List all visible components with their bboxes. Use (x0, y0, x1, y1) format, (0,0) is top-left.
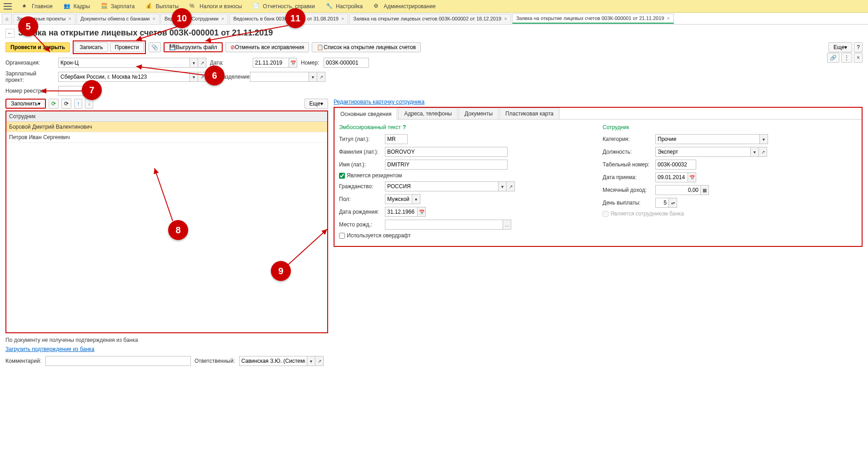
dropdown-icon[interactable]: ▾ (190, 72, 198, 82)
comment-field[interactable] (45, 356, 191, 366)
open-icon[interactable]: ↗ (317, 72, 325, 82)
dropdown-icon[interactable]: ▾ (307, 356, 315, 366)
registry-label: Номер реестра: (5, 88, 55, 94)
bank-emp-checkbox (603, 211, 609, 217)
overdraft-checkbox[interactable] (339, 233, 345, 239)
cancel-corrections-button[interactable]: ⊘ Отменить все исправления (225, 42, 309, 52)
menu-main[interactable]: ★Главное (16, 0, 58, 13)
annotation-7: 7 (82, 80, 102, 100)
hire-label: Дата приема: (603, 174, 653, 180)
menu-nalogi[interactable]: %Налоги и взносы (184, 0, 247, 13)
date-field[interactable] (253, 58, 289, 68)
close-icon[interactable]: × (153, 16, 155, 21)
post-button[interactable]: Провести (110, 42, 144, 52)
employee-section-title: Сотрудник (603, 124, 857, 130)
attach-icon[interactable]: 📎 (149, 42, 161, 52)
sex-field[interactable] (385, 194, 412, 204)
card-tab-main[interactable]: Основные сведения (334, 108, 397, 120)
resident-checkbox[interactable] (339, 173, 345, 179)
tab-3[interactable]: Сотрудники× (187, 14, 228, 24)
dropdown-icon[interactable]: ▾ (760, 134, 768, 144)
title-lat-field[interactable] (385, 134, 408, 144)
close-icon[interactable]: × (69, 16, 71, 21)
edit-employee-link[interactable]: Редактировать карточку сотрудника (334, 99, 424, 105)
spinner-icon[interactable]: ▴▾ (669, 198, 677, 208)
kebab-icon[interactable]: ⋮ (841, 53, 852, 63)
open-icon[interactable]: ↗ (315, 356, 324, 366)
tab-5[interactable]: Заявка на открытие лицевых счетов 00ЗК-0… (349, 14, 511, 24)
menu-nastroyka[interactable]: 🔧Настройка (320, 0, 368, 13)
open-icon[interactable]: ↗ (759, 147, 767, 157)
category-label: Категория: (603, 136, 653, 142)
project-field[interactable] (58, 72, 190, 82)
close-icon[interactable]: × (221, 16, 224, 21)
responsible-field[interactable] (239, 356, 307, 366)
link-icon[interactable]: 🔗 (827, 53, 839, 63)
payday-field[interactable] (655, 198, 669, 208)
load-confirmation-link[interactable]: Загрузить подтверждение из банка (5, 346, 95, 352)
calendar-icon[interactable]: 📅 (289, 58, 297, 68)
org-field[interactable] (58, 58, 190, 68)
home-tab[interactable]: ⌂ (2, 14, 12, 24)
pob-field[interactable] (385, 220, 503, 230)
tabno-field[interactable] (655, 160, 696, 170)
menu-admin[interactable]: ⚙Администрирование (368, 0, 441, 13)
table-more-button[interactable]: Еще ▾ (304, 99, 328, 109)
pob-label: Место рожд.: (339, 221, 382, 228)
post-and-close-button[interactable]: Провести и закрыть (5, 42, 70, 52)
help-button[interactable]: ? (854, 42, 863, 52)
help-icon[interactable]: ? (403, 124, 406, 130)
number-field[interactable] (324, 58, 369, 68)
citizen-field[interactable] (385, 181, 499, 191)
ellipsis-icon[interactable]: … (503, 220, 511, 230)
close-icon[interactable]: × (341, 16, 344, 21)
save-button[interactable]: Записать (75, 42, 108, 52)
menu-kadry[interactable]: 👥Кадры (58, 0, 95, 13)
refresh-green-icon[interactable]: ⟳ (49, 99, 59, 109)
export-file-button[interactable]: 💾 Выгрузить файл (164, 42, 223, 52)
menu-zarplata[interactable]: 🧮Зарплата (95, 0, 140, 13)
title-lat-label: Титул (лат.): (339, 136, 382, 142)
dept-field[interactable] (250, 72, 309, 82)
calc-icon[interactable]: ▦ (701, 185, 709, 195)
open-icon[interactable]: ↗ (507, 181, 515, 191)
more-button[interactable]: Еще ▾ (828, 42, 852, 52)
income-field[interactable] (655, 185, 701, 195)
lname-lat-field[interactable] (385, 147, 508, 157)
wrench-icon: 🔧 (326, 3, 333, 10)
calendar-icon[interactable]: 📅 (688, 172, 696, 182)
dropdown-icon[interactable]: ▾ (499, 181, 507, 191)
dob-field[interactable] (385, 207, 418, 217)
tab-6-active[interactable]: Заявка на открытие лицевых счетов 00ЗК-0… (512, 14, 674, 24)
close-icon[interactable]: × (667, 15, 669, 21)
hire-field[interactable] (655, 172, 688, 182)
close-x-icon[interactable]: × (854, 53, 863, 63)
tabno-label: Табельный номер: (603, 161, 653, 168)
card-tab-addresses[interactable]: Адреса, телефоны (398, 108, 458, 119)
burger-menu-icon[interactable] (4, 2, 12, 10)
up-arrow-icon[interactable]: ↑ (74, 99, 82, 109)
page-title: Заявка на открытие лицевых счетов 00ЗК-0… (18, 28, 273, 38)
dropdown-icon[interactable]: ▾ (190, 58, 198, 68)
dropdown-icon[interactable]: ▾ (309, 72, 317, 82)
tab-1[interactable]: Документы обмена с банками× (76, 14, 160, 24)
position-field[interactable] (655, 147, 751, 157)
refresh-icon[interactable]: ⟳ (61, 99, 71, 109)
dropdown-icon[interactable]: ▾ (412, 194, 420, 204)
table-row[interactable]: Боровой Дмитрий Валентинович (6, 122, 327, 132)
fill-button[interactable]: Заполнить ▾ (5, 99, 46, 109)
menu-otchetnost[interactable]: 📄Отчетность, справки (247, 0, 320, 13)
table-row[interactable]: Петров Иван Сергеевич (6, 132, 327, 143)
open-icon[interactable]: ↗ (198, 58, 206, 68)
fname-lat-field[interactable] (385, 160, 508, 170)
card-tab-docs[interactable]: Документы (459, 108, 499, 119)
list-accounts-button[interactable]: 📋 Список на открытие лицевых счетов (312, 42, 421, 52)
close-icon[interactable]: × (504, 16, 507, 21)
card-tab-plastic[interactable]: Пластиковая карта (499, 108, 559, 119)
doc-icon: 📄 (253, 3, 260, 10)
calendar-icon[interactable]: 📅 (418, 207, 426, 217)
back-button[interactable]: ← (5, 29, 15, 38)
category-field[interactable] (655, 134, 760, 144)
dropdown-icon[interactable]: ▾ (751, 147, 759, 157)
down-arrow-icon[interactable]: ↓ (85, 99, 93, 109)
